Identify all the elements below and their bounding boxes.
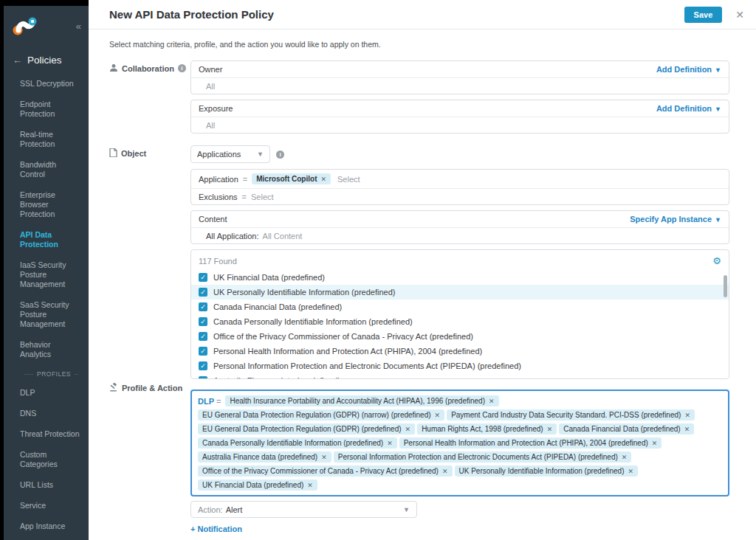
sidebar-back-policies[interactable]: ← Policies	[4, 43, 89, 76]
sidebar-item-label: Behavior Analytics	[20, 340, 51, 359]
chip-remove-icon[interactable]: ✕	[628, 468, 634, 475]
sidebar-item[interactable]: Custom Categories	[20, 450, 83, 469]
back-arrow-icon: ←	[13, 55, 22, 66]
close-icon[interactable]: ✕	[735, 9, 744, 21]
object-type-select[interactable]: Applications ▼	[190, 145, 270, 163]
sidebar-item-label: Enterprise Browser Protection	[20, 190, 55, 218]
document-icon	[109, 148, 117, 157]
chip-remove-icon[interactable]: ✕	[622, 454, 628, 461]
checkbox-checked-icon[interactable]: ✓	[199, 317, 207, 326]
found-count: 117 Found	[199, 257, 237, 266]
chip-remove-icon[interactable]: ✕	[435, 412, 441, 419]
content-box: Content Specify App Instance▼ All Applic…	[190, 210, 729, 244]
chip-remove-icon[interactable]: ✕	[684, 412, 690, 419]
chip-remove-icon[interactable]: ✕	[489, 398, 495, 405]
sidebar-item[interactable]: Behavior Analytics	[20, 340, 83, 359]
add-notification-link[interactable]: + Notification	[190, 525, 242, 533]
chip-remove-icon[interactable]: ✕	[652, 440, 658, 447]
info-icon[interactable]: i	[178, 64, 186, 72]
chip-label: EU General Data Protection Regulation (G…	[202, 425, 402, 433]
sidebar-item[interactable]: SSL Decryption	[20, 79, 83, 89]
gavel-icon	[109, 383, 118, 392]
profile-list-item[interactable]: ✓ Australia Finance data (predefined)	[191, 373, 729, 379]
equals-sign: =	[243, 175, 247, 184]
chevron-down-icon: ▼	[715, 216, 721, 224]
profile-list-item-label: Personal Health Information and Protecti…	[213, 347, 482, 356]
sidebar-item[interactable]: Enterprise Browser Protection	[20, 190, 83, 219]
sidebar-item[interactable]: IaaS Security Posture Management	[20, 260, 83, 289]
sidebar-item[interactable]: DLP	[20, 388, 83, 398]
profile-list-item-label: Canada Financial Data (predefined)	[213, 302, 342, 311]
chip-remove-icon[interactable]: ✕	[547, 426, 553, 433]
chip-remove-icon[interactable]: ✕	[442, 468, 448, 475]
sidebar-item-label: URL Lists	[20, 480, 53, 489]
profile-list-item[interactable]: ✓ UK Personally Identifiable Information…	[191, 285, 729, 300]
sidebar-item-label: Service	[20, 501, 46, 510]
sidebar-item-label: App Instance	[20, 522, 65, 530]
person-icon	[109, 63, 118, 72]
gear-icon[interactable]: ⚙	[712, 256, 721, 266]
sidebar-item[interactable]: API Data Protection	[20, 230, 83, 249]
sidebar-item[interactable]: Real-time Protection	[20, 130, 83, 149]
profile-list-item[interactable]: ✓ Canada Personally Identifiable Informa…	[191, 314, 729, 329]
checkbox-checked-icon[interactable]: ✓	[199, 332, 207, 341]
profiles-section-label: PROFILES	[37, 370, 71, 378]
sidebar-item-label: SaaS Security Posture Management	[20, 300, 69, 328]
profile-list-item[interactable]: ✓ Personal Health Information and Protec…	[191, 344, 729, 359]
sidebar-item[interactable]: App Instance	[20, 522, 83, 531]
exposure-value: All	[199, 121, 215, 130]
chip-remove-icon[interactable]: ✕	[387, 440, 393, 447]
owner-add-definition[interactable]: Add Definition▼	[656, 65, 721, 74]
sidebar-item-label: DLP	[20, 388, 35, 397]
profile-list-item-label: Personal Information Protection and Elec…	[213, 361, 521, 370]
dlp-profiles-box[interactable]: DLP = Health Insurance Portability and A…	[190, 390, 729, 496]
specify-app-instance[interactable]: Specify App Instance▼	[630, 215, 721, 224]
section-label-object: Object	[121, 149, 146, 158]
sidebar-item-label: Real-time Protection	[20, 130, 55, 148]
info-icon[interactable]: i	[276, 150, 284, 159]
checkbox-checked-icon[interactable]: ✓	[199, 361, 207, 370]
sidebar-item[interactable]: Endpoint Protection	[20, 100, 83, 119]
sidebar-collapse-icon[interactable]: «	[76, 21, 81, 32]
sidebar-item[interactable]: SaaS Security Posture Management	[20, 300, 83, 329]
dlp-profile-chip: Personal Information Protection and Elec…	[334, 451, 632, 463]
sidebar-item[interactable]: DNS	[20, 409, 83, 418]
chip-remove-icon[interactable]: ✕	[321, 454, 327, 461]
sidebar-panel: « ← Policies SSL Decryption Endpoint Pro…	[4, 6, 89, 540]
checkbox-checked-icon[interactable]: ✓	[199, 347, 207, 356]
action-select[interactable]: Action: Alert ▼	[190, 501, 417, 518]
chip-label: Human Rights Act, 1998 (predefined)	[422, 425, 543, 433]
chip-remove-icon[interactable]: ✕	[307, 482, 313, 489]
app-window: « ← Policies SSL Decryption Endpoint Pro…	[0, 0, 756, 540]
sidebar-item[interactable]: URL Lists	[20, 480, 83, 490]
list-scrollbar[interactable]	[724, 275, 727, 297]
checkbox-checked-icon[interactable]: ✓	[199, 273, 207, 282]
chip-label: Office of the Privacy Commissioner of Ca…	[202, 467, 439, 475]
chip-remove-icon[interactable]: ✕	[320, 176, 326, 183]
exposure-add-definition[interactable]: Add Definition▼	[656, 104, 721, 113]
profile-list-item[interactable]: ✓ Personal Information Protection and El…	[191, 359, 729, 373]
profile-list-item[interactable]: ✓ UK Financial Data (predefined)	[191, 270, 729, 285]
sidebar-item[interactable]: Bandwidth Control	[20, 160, 83, 179]
checkbox-checked-icon[interactable]: ✓	[199, 302, 207, 311]
profile-list-item[interactable]: ✓ Office of the Privacy Commissioner of …	[191, 329, 729, 344]
section-object: Object Applications ▼ i Application =	[109, 145, 729, 379]
profiles-list-box: 117 Found ⚙ ✓ UK Financial Data (predefi…	[190, 249, 729, 379]
application-select-placeholder[interactable]: Select	[337, 175, 360, 184]
checkbox-checked-icon[interactable]: ✓	[199, 288, 207, 297]
profiles-checkbox-list: ✓ UK Financial Data (predefined) ✓ UK Pe…	[191, 270, 729, 379]
sidebar-item[interactable]: Threat Protection	[20, 429, 83, 439]
chip-remove-icon[interactable]: ✕	[405, 426, 411, 433]
action-value: Alert	[226, 505, 403, 514]
chevron-down-icon: ▼	[257, 150, 264, 158]
profile-list-item[interactable]: ✓ Canada Financial Data (predefined)	[191, 300, 729, 314]
checkbox-checked-icon[interactable]: ✓	[199, 376, 207, 379]
sidebar-section-title: Policies	[27, 55, 62, 66]
exclusions-select-placeholder[interactable]: Select	[251, 193, 274, 201]
sidebar-item[interactable]: Service	[20, 501, 83, 510]
save-button[interactable]: Save	[684, 7, 723, 23]
chip-remove-icon[interactable]: ✕	[684, 426, 690, 433]
equals-sign: =	[242, 193, 247, 201]
chevron-down-icon: ▼	[715, 105, 721, 113]
dlp-profile-chip: Human Rights Act, 1998 (predefined) ✕	[417, 423, 557, 435]
